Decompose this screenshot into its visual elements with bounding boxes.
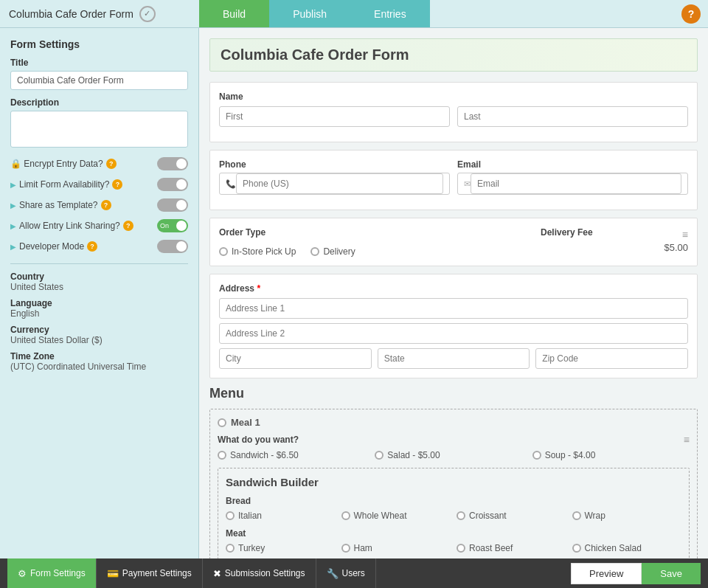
radio-pickup-label: In-Store Pick Up xyxy=(232,246,296,257)
phone-field: Phone 📞 xyxy=(219,159,450,195)
tab-build[interactable]: Build xyxy=(199,0,269,27)
share-arrow: ▶ xyxy=(10,201,16,210)
delivery-fee-value: $5.00 xyxy=(541,242,688,253)
nav-tabs: Build Publish Entries xyxy=(199,0,430,27)
meal-option-sandwich[interactable]: Sandwich - $6.50 xyxy=(218,450,375,460)
address2-input[interactable] xyxy=(219,323,688,344)
meat-turkey-label: Turkey xyxy=(238,543,265,553)
preview-button[interactable]: Preview xyxy=(571,563,642,584)
dev-mode-toggle[interactable]: Off xyxy=(157,240,188,253)
payment-label: Payment Settings xyxy=(122,568,192,578)
tab-entries[interactable]: Entries xyxy=(350,0,430,27)
main-layout: Form Settings Title Description 🔒 Encryp… xyxy=(0,28,708,558)
users-icon: 🔧 xyxy=(327,568,339,579)
meat-chickensalad[interactable]: Chicken Salad xyxy=(572,543,682,553)
language-row: Language English xyxy=(10,298,188,319)
bottom-tab-submission[interactable]: ✖ Submission Settings xyxy=(203,558,316,588)
language-val: English xyxy=(10,308,188,319)
bread-croissant[interactable]: Croissant xyxy=(457,511,566,521)
entry-link-toggle-row: ▶ Allow Entry Link Sharing? ? On xyxy=(10,219,188,232)
phone-input-wrapper: 📞 xyxy=(219,173,450,195)
entry-link-toggle[interactable]: On xyxy=(157,219,188,232)
content-area: Columbia Cafe Order Form Name Phone 📞 xyxy=(199,28,708,558)
title-input[interactable] xyxy=(10,71,188,90)
bottom-tab-users[interactable]: 🔧 Users xyxy=(316,558,376,588)
limit-toggle[interactable]: Off xyxy=(157,178,188,191)
menu-section: Menu Meal 1 What do you want? ≡ Sandwich… xyxy=(209,386,698,558)
currency-key: Currency xyxy=(10,325,188,335)
bottom-tab-payment[interactable]: 💳 Payment Settings xyxy=(97,558,203,588)
meal-header: Meal 1 xyxy=(218,417,690,428)
entry-link-toggle-label: On xyxy=(160,222,169,229)
meal-option-soup[interactable]: Soup - $4.00 xyxy=(532,450,690,460)
payment-icon: 💳 xyxy=(107,568,119,579)
address-section: Address * xyxy=(209,274,698,378)
radio-delivery-circle xyxy=(310,247,319,256)
tab-publish[interactable]: Publish xyxy=(269,0,350,27)
state-input[interactable] xyxy=(378,348,530,369)
title-label: Title xyxy=(10,58,188,68)
zip-input[interactable] xyxy=(535,348,688,369)
encrypt-info-icon: ? xyxy=(106,159,117,169)
bread-wheat[interactable]: Whole Wheat xyxy=(341,511,451,521)
bread-options: Italian Whole Wheat Croissant xyxy=(226,511,681,521)
submission-label: Submission Settings xyxy=(225,568,305,578)
menu-box: Meal 1 What do you want? ≡ Sandwich - $6… xyxy=(209,409,698,558)
first-name-input[interactable] xyxy=(219,106,450,127)
address-label: Address * xyxy=(219,283,688,294)
form-main-title: Columbia Cafe Order Form xyxy=(221,46,687,63)
bread-italian[interactable]: Italian xyxy=(226,511,336,521)
save-button[interactable]: Save xyxy=(642,563,701,584)
app-title: Columbia Cafe Order Form ✓ xyxy=(0,6,199,22)
currency-row: Currency United States Dollar ($) xyxy=(10,325,188,345)
email-input[interactable] xyxy=(471,173,681,194)
address1-input[interactable] xyxy=(219,298,688,319)
last-name-input[interactable] xyxy=(457,106,688,127)
bread-italian-label: Italian xyxy=(238,511,262,521)
address-required-star: * xyxy=(257,283,260,294)
bread-wheat-label: Whole Wheat xyxy=(354,511,407,521)
encrypt-toggle[interactable]: Off xyxy=(157,157,188,170)
menu-heading: Menu xyxy=(209,386,698,401)
entry-link-toggle-knob xyxy=(176,221,187,231)
radio-delivery[interactable]: Delivery xyxy=(310,246,355,257)
share-toggle[interactable]: Off xyxy=(157,198,188,212)
country-val: United States xyxy=(10,282,188,292)
bread-wrap[interactable]: Wrap xyxy=(572,511,682,521)
bottom-actions: Preview Save xyxy=(571,563,701,584)
description-textarea[interactable] xyxy=(10,111,188,148)
form-settings-label: Form Settings xyxy=(30,568,86,578)
meal-option-salad[interactable]: Salad - $5.00 xyxy=(375,450,532,460)
email-field: Email ✉ xyxy=(457,159,688,195)
phone-input[interactable] xyxy=(236,173,443,194)
sidebar-info: Country United States Language English C… xyxy=(10,263,188,372)
entry-link-info-icon: ? xyxy=(123,221,133,231)
city-input[interactable] xyxy=(219,348,372,369)
meat-roastbeef[interactable]: Roast Beef xyxy=(457,543,566,553)
meat-turkey[interactable]: Turkey xyxy=(226,543,336,553)
timezone-val: (UTC) Coordinated Universal Time xyxy=(10,362,188,372)
bread-section: Bread Italian Whole Wheat xyxy=(226,496,681,521)
bread-wheat-radio xyxy=(341,511,350,520)
encrypt-toggle-row: 🔒 Encrypt Entry Data? ? Off xyxy=(10,157,188,170)
bread-title: Bread xyxy=(226,496,681,506)
order-radio-group: In-Store Pick Up Delivery xyxy=(219,246,526,257)
meat-title: Meat xyxy=(226,528,681,539)
help-button[interactable]: ? xyxy=(681,4,701,24)
encrypt-label: 🔒 Encrypt Entry Data? xyxy=(10,159,103,169)
name-section: Name xyxy=(209,82,698,142)
meat-turkey-radio xyxy=(226,544,235,553)
bottom-tab-form-settings[interactable]: ⚙ Form Settings xyxy=(7,558,97,588)
entry-link-label: Allow Entry Link Sharing? xyxy=(19,221,120,231)
meat-ham[interactable]: Ham xyxy=(341,543,451,553)
dev-mode-label: Developer Mode xyxy=(19,241,84,252)
radio-pickup[interactable]: In-Store Pick Up xyxy=(219,246,296,257)
order-type-field: Order Type In-Store Pick Up Delivery xyxy=(219,227,526,257)
limit-info-icon: ? xyxy=(112,179,122,190)
what-do-you-want-row: What do you want? ≡ xyxy=(218,434,690,446)
dev-mode-info-icon: ? xyxy=(87,241,97,252)
share-label: Share as Template? xyxy=(19,200,98,210)
entry-link-arrow: ▶ xyxy=(10,222,16,230)
dev-mode-toggle-knob xyxy=(176,241,187,252)
language-key: Language xyxy=(10,298,188,308)
